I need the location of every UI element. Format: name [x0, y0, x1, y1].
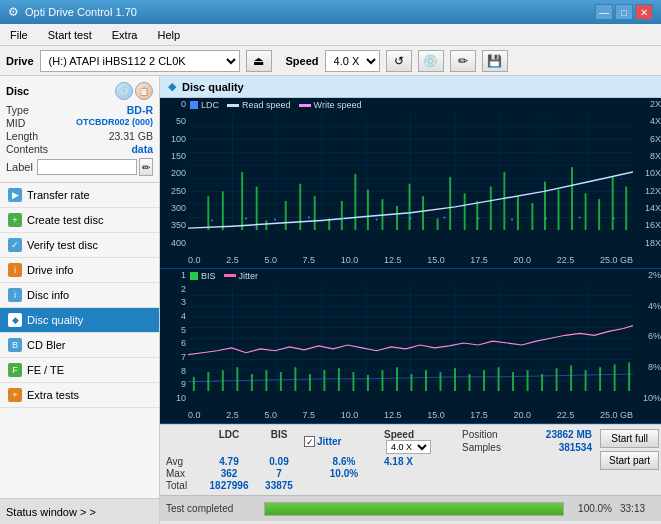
menu-extra[interactable]: Extra	[106, 27, 144, 43]
svg-rect-80	[207, 372, 209, 391]
close-button[interactable]: ✕	[635, 4, 653, 20]
chart2-x-axis: 0.0 2.5 5.0 7.5 10.0 12.5 15.0 17.5 20.0…	[160, 407, 661, 423]
sidebar: Disc 💿 📋 Type BD-R MID OTCBDR002 (000) L…	[0, 76, 160, 524]
disc-quality-icon: ◆	[8, 313, 22, 327]
total-label: Total	[166, 480, 204, 491]
svg-rect-88	[323, 370, 325, 391]
avg-label: Avg	[166, 456, 204, 467]
fe-te-icon: F	[8, 363, 22, 377]
max-bis: 7	[254, 468, 304, 479]
svg-rect-87	[309, 374, 311, 391]
sidebar-item-verify-test-disc[interactable]: ✓ Verify test disc	[0, 233, 159, 258]
main-layout: Disc 💿 📋 Type BD-R MID OTCBDR002 (000) L…	[0, 76, 661, 524]
sidebar-item-drive-info[interactable]: i Drive info	[0, 258, 159, 283]
menu-start-test[interactable]: Start test	[42, 27, 98, 43]
disc-button[interactable]: 💿	[418, 50, 444, 72]
progress-status: Test completed	[166, 503, 256, 514]
sidebar-item-transfer-rate[interactable]: ▶ Transfer rate	[0, 183, 159, 208]
minimize-button[interactable]: —	[595, 4, 613, 20]
svg-rect-101	[512, 372, 514, 391]
svg-rect-28	[367, 189, 369, 230]
svg-rect-44	[585, 193, 587, 230]
sidebar-item-disc-quality[interactable]: ◆ Disc quality	[0, 308, 159, 333]
verify-test-disc-label: Verify test disc	[27, 239, 98, 251]
quality-header: ◆ Disc quality	[160, 76, 661, 98]
edit-button[interactable]: ✏	[450, 50, 476, 72]
chart2-legend: BIS Jitter	[190, 271, 258, 281]
max-jitter: 10.0%	[304, 468, 384, 479]
type-label: Type	[6, 104, 29, 116]
svg-point-52	[342, 218, 344, 220]
position-label: Position	[462, 429, 498, 440]
svg-rect-22	[285, 201, 287, 230]
drive-info-icon: i	[8, 263, 22, 277]
menu-file[interactable]: File	[4, 27, 34, 43]
svg-rect-40	[531, 203, 533, 230]
sidebar-item-extra-tests[interactable]: + Extra tests	[0, 383, 159, 408]
start-part-button[interactable]: Start part	[600, 451, 659, 470]
label-input[interactable]	[37, 159, 137, 175]
svg-rect-105	[570, 365, 572, 391]
speed-select[interactable]: 4.0 X MAX	[325, 50, 380, 72]
svg-rect-93	[396, 367, 398, 391]
maximize-button[interactable]: □	[615, 4, 633, 20]
svg-rect-18	[222, 191, 224, 230]
drive-select[interactable]: (H:) ATAPI iHBS112 2 CL0K	[40, 50, 240, 72]
svg-rect-79	[193, 377, 195, 392]
mid-label: MID	[6, 117, 25, 129]
start-full-button[interactable]: Start full	[600, 429, 659, 448]
svg-point-58	[545, 218, 547, 220]
contents-label: Contents	[6, 143, 48, 155]
menu-bar: File Start test Extra Help	[0, 24, 661, 46]
length-value: 23.31 GB	[109, 130, 153, 142]
jitter-legend-label: Jitter	[239, 271, 259, 281]
svg-rect-38	[503, 172, 505, 230]
svg-rect-103	[541, 374, 543, 391]
refresh-button[interactable]: ↺	[386, 50, 412, 72]
svg-point-48	[211, 219, 213, 221]
create-test-disc-icon: +	[8, 213, 22, 227]
stats-content: LDC BIS ✓ Jitter Speed 4.0 X	[160, 425, 661, 495]
disc-panel-title: Disc	[6, 85, 29, 97]
menu-help[interactable]: Help	[151, 27, 186, 43]
cd-bler-label: CD Bler	[27, 339, 66, 351]
svg-rect-41	[544, 182, 546, 230]
app-title: Opti Drive Control 1.70	[25, 6, 595, 18]
svg-rect-35	[464, 193, 466, 230]
bis-legend-item: BIS	[190, 271, 216, 281]
sidebar-item-create-test-disc[interactable]: + Create test disc	[0, 208, 159, 233]
speed-label: Speed	[286, 55, 319, 67]
speed-dropdown[interactable]: 4.0 X	[386, 440, 431, 454]
sidebar-item-cd-bler[interactable]: B CD Bler	[0, 333, 159, 358]
write-speed-legend-item: Write speed	[299, 100, 362, 110]
disc-info-icon: i	[8, 288, 22, 302]
svg-rect-32	[422, 196, 424, 230]
svg-rect-33	[437, 218, 439, 230]
position-value: 23862 MB	[546, 429, 592, 440]
bis-legend-label: BIS	[201, 271, 216, 281]
svg-rect-43	[571, 167, 573, 230]
avg-jitter: 8.6%	[304, 456, 384, 467]
chart2-container: BIS Jitter 10 9 8 7 6 5 4 3	[160, 269, 661, 424]
jitter-checkbox[interactable]: ✓	[304, 436, 315, 447]
svg-rect-99	[483, 370, 485, 391]
svg-rect-100	[498, 367, 500, 391]
stats-panel: LDC BIS ✓ Jitter Speed 4.0 X	[160, 424, 661, 524]
disc-panel: Disc 💿 📋 Type BD-R MID OTCBDR002 (000) L…	[0, 76, 159, 183]
svg-rect-107	[599, 367, 601, 391]
progress-bar-fill	[265, 503, 563, 515]
ldc-legend-item: LDC	[190, 100, 219, 110]
label-edit-button[interactable]: ✏	[139, 158, 153, 176]
status-window-button[interactable]: Status window > >	[0, 498, 159, 524]
read-speed-legend-label: Read speed	[242, 100, 291, 110]
eject-button[interactable]: ⏏	[246, 50, 272, 72]
save-button[interactable]: 💾	[482, 50, 508, 72]
sidebar-item-fe-te[interactable]: F FE / TE	[0, 358, 159, 383]
svg-rect-96	[440, 372, 442, 391]
sidebar-item-disc-info[interactable]: i Disc info	[0, 283, 159, 308]
svg-rect-21	[265, 220, 267, 230]
extra-tests-label: Extra tests	[27, 389, 79, 401]
drive-info-label: Drive info	[27, 264, 73, 276]
disc-icon-2: 📋	[135, 82, 153, 100]
chart2-y-axis-left: 10 9 8 7 6 5 4 3 2 1	[160, 269, 188, 405]
